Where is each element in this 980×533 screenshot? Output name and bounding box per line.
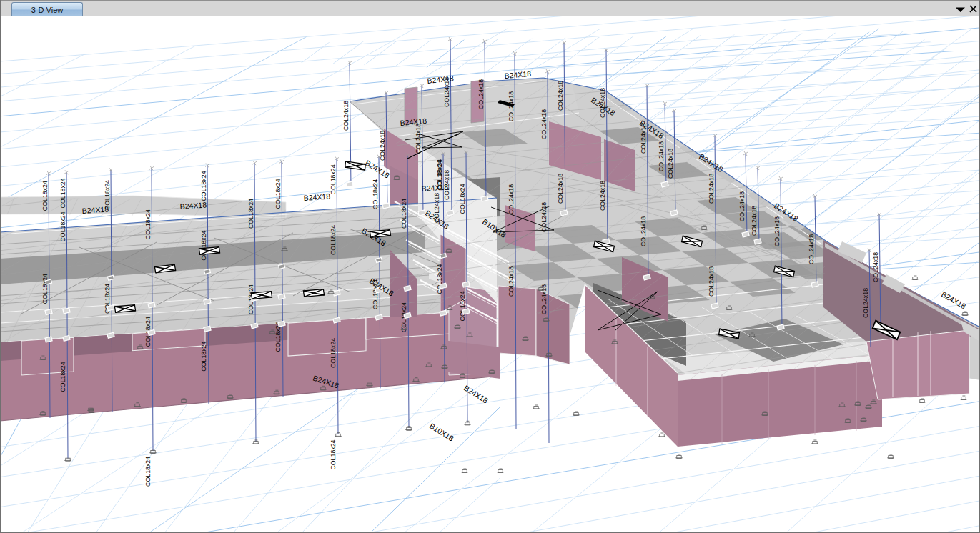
svg-text:COL18x24: COL18x24	[41, 274, 49, 304]
svg-text:COL18x24: COL18x24	[200, 171, 207, 201]
svg-text:COL18x24: COL18x24	[247, 199, 254, 229]
svg-text:COL18x24: COL18x24	[330, 164, 337, 194]
svg-text:COL24x18: COL24x18	[379, 131, 386, 161]
svg-text:COL18x24: COL18x24	[41, 181, 49, 211]
svg-text:COL18x24: COL18x24	[330, 338, 337, 368]
svg-text:COL24x18: COL24x18	[540, 284, 548, 314]
svg-text:COL18x24: COL18x24	[274, 179, 282, 209]
svg-text:COL18x24: COL18x24	[144, 457, 152, 487]
svg-text:COL18x24: COL18x24	[330, 225, 337, 255]
svg-text:COL24x18: COL24x18	[862, 288, 869, 318]
svg-text:COL18x24: COL18x24	[372, 179, 379, 209]
svg-text:COL18x24: COL18x24	[330, 439, 337, 469]
svg-text:COL24x18: COL24x18	[599, 181, 606, 211]
svg-text:COL24x18: COL24x18	[557, 81, 564, 111]
svg-text:COL18x24: COL18x24	[459, 184, 466, 214]
svg-text:COL24x18: COL24x18	[708, 174, 715, 204]
svg-text:COL18x24: COL18x24	[200, 231, 207, 261]
svg-text:COL18x24: COL18x24	[459, 291, 466, 321]
svg-text:COL24x18: COL24x18	[708, 266, 715, 297]
svg-text:COL18x24: COL18x24	[436, 264, 443, 294]
svg-text:COL24x18: COL24x18	[477, 79, 485, 109]
svg-text:COL18x24: COL18x24	[59, 362, 66, 392]
svg-text:COL24x18: COL24x18	[540, 202, 548, 232]
svg-text:COL24x18: COL24x18	[808, 234, 815, 264]
svg-text:COL18x24: COL18x24	[200, 342, 207, 372]
svg-text:COL24x18: COL24x18	[640, 216, 647, 246]
svg-text:COL18x24: COL18x24	[59, 211, 66, 241]
svg-text:COL24x18: COL24x18	[751, 206, 758, 236]
svg-text:COL24x18: COL24x18	[557, 174, 564, 204]
svg-text:COL24x18: COL24x18	[540, 109, 548, 139]
svg-text:COL24x18: COL24x18	[738, 191, 746, 221]
svg-text:COL24x18: COL24x18	[773, 216, 781, 246]
svg-text:COL18x24: COL18x24	[59, 178, 66, 208]
svg-text:COL24x18: COL24x18	[508, 266, 515, 297]
svg-text:COL24x18: COL24x18	[667, 149, 674, 179]
svg-text:COL24x18: COL24x18	[508, 184, 515, 214]
svg-text:COL24x18: COL24x18	[872, 252, 879, 282]
svg-text:COL18x24: COL18x24	[400, 199, 407, 229]
svg-text:COL18x24: COL18x24	[144, 209, 152, 239]
svg-text:COL24x18: COL24x18	[342, 101, 350, 131]
svg-text:COL24x18: COL24x18	[658, 141, 665, 171]
